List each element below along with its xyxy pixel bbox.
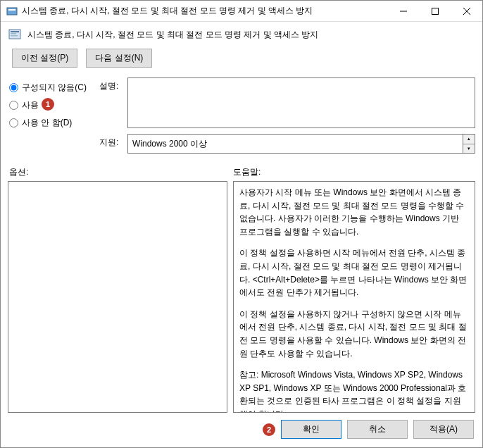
- spin-up-button[interactable]: ▴: [463, 135, 475, 144]
- svg-rect-3: [432, 8, 438, 14]
- svg-rect-7: [11, 31, 19, 32]
- svg-rect-8: [11, 33, 16, 35]
- window-controls: [387, 1, 482, 21]
- config-area: 구성되지 않음(C) 사용 1 사용 안 함(D) 설명: 지원:: [1, 75, 482, 154]
- description-label: 설명:: [99, 77, 122, 128]
- support-label: 지원:: [99, 134, 122, 154]
- ok-button[interactable]: 확인: [281, 420, 341, 439]
- policy-icon: [8, 27, 22, 42]
- policy-dialog: 시스템 종료, 다시 시작, 절전 모드 및 최대 절전 모드 명령 제거 및 …: [0, 0, 483, 448]
- prev-setting-button[interactable]: 이전 설정(P): [12, 49, 77, 68]
- radio-disabled-label: 사용 안 함(D): [22, 117, 72, 129]
- annotation-marker-2: 2: [263, 423, 275, 436]
- help-label: 도움말:: [233, 166, 261, 178]
- window-title: 시스템 종료, 다시 시작, 절전 모드 및 최대 절전 모드 명령 제거 및 …: [22, 5, 387, 17]
- options-panel: [8, 181, 227, 413]
- help-paragraph: 이 정책 설정을 사용하면 시작 메뉴에서 전원 단추, 시스템 종료, 다시 …: [239, 247, 469, 299]
- nav-buttons: 이전 설정(P) 다음 설정(N): [1, 46, 482, 75]
- radio-not-configured-label: 구성되지 않음(C): [22, 82, 87, 94]
- state-radios: 구성되지 않음(C) 사용 1 사용 안 함(D): [8, 75, 94, 154]
- svg-rect-0: [7, 8, 17, 15]
- fields: 설명: 지원: ▴ ▾: [99, 75, 475, 154]
- support-input[interactable]: [127, 134, 463, 154]
- options-label: 옵션:: [9, 166, 233, 178]
- titlebar: 시스템 종료, 다시 시작, 절전 모드 및 최대 절전 모드 명령 제거 및 …: [1, 1, 482, 22]
- next-setting-button[interactable]: 다음 설정(N): [86, 49, 152, 68]
- radio-not-configured[interactable]: 구성되지 않음(C): [9, 79, 94, 97]
- radio-enabled[interactable]: 사용 1: [9, 97, 94, 114]
- radio-disabled-input[interactable]: [9, 118, 18, 127]
- help-paragraph: 참고: Microsoft Windows Vista, Windows XP …: [239, 368, 469, 413]
- subheader: 시스템 종료, 다시 시작, 절전 모드 및 최대 절전 모드 명령 제거 및 …: [1, 22, 482, 46]
- help-paragraph: 이 정책 설정을 사용하지 않거나 구성하지 않으면 시작 메뉴에서 전원 단추…: [239, 308, 469, 360]
- support-spinner: ▴ ▾: [463, 134, 475, 154]
- minimize-button[interactable]: [387, 1, 419, 21]
- radio-enabled-label: 사용: [22, 99, 39, 111]
- maximize-button[interactable]: [419, 1, 451, 21]
- app-icon: [6, 6, 18, 17]
- svg-rect-9: [11, 35, 18, 37]
- close-button[interactable]: [451, 1, 482, 21]
- svg-rect-1: [8, 9, 15, 11]
- help-panel[interactable]: 사용자가 시작 메뉴 또는 Windows 보안 화면에서 시스템 종료, 다시…: [233, 181, 475, 413]
- radio-disabled[interactable]: 사용 안 함(D): [9, 114, 94, 132]
- radio-enabled-input[interactable]: [9, 101, 18, 110]
- footer: 2 확인 취소 적용(A): [1, 413, 482, 447]
- description-textarea[interactable]: [127, 77, 475, 128]
- radio-not-configured-input[interactable]: [9, 83, 18, 92]
- spin-down-button[interactable]: ▾: [463, 144, 475, 154]
- apply-button[interactable]: 적용(A): [413, 420, 474, 439]
- annotation-marker-1: 1: [42, 98, 54, 111]
- help-paragraph: 사용자가 시작 메뉴 또는 Windows 보안 화면에서 시스템 종료, 다시…: [239, 186, 469, 238]
- subheader-title: 시스템 종료, 다시 시작, 절전 모드 및 최대 절전 모드 명령 제거 및 …: [27, 29, 318, 41]
- panels: 사용자가 시작 메뉴 또는 Windows 보안 화면에서 시스템 종료, 다시…: [1, 181, 482, 413]
- cancel-button[interactable]: 취소: [347, 420, 408, 439]
- section-labels: 옵션: 도움말:: [1, 154, 482, 181]
